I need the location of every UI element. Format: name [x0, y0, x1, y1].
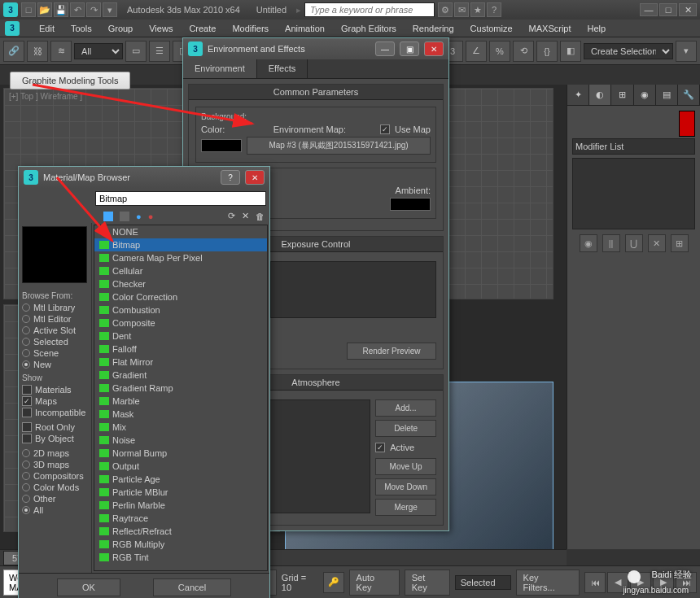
- menu-modifiers[interactable]: Modifiers: [224, 21, 277, 36]
- toolbar-more-icon[interactable]: ▾: [676, 41, 697, 62]
- map-item-noise[interactable]: Noise: [94, 434, 267, 447]
- menu-animation[interactable]: Animation: [277, 21, 333, 36]
- map-item-raytrace[interactable]: Raytrace: [94, 512, 267, 525]
- map-item-composite[interactable]: Composite: [94, 316, 267, 330]
- favorites-icon[interactable]: ★: [470, 2, 485, 17]
- save-icon[interactable]: 💾: [54, 2, 68, 17]
- map-item-none[interactable]: NONE: [94, 225, 267, 238]
- atm-moveup-button[interactable]: Move Up: [375, 458, 436, 475]
- help-icon[interactable]: ?: [487, 2, 501, 17]
- bg-color-swatch[interactable]: [201, 139, 242, 152]
- commcenter-icon[interactable]: ✉: [454, 2, 469, 17]
- map-item-color-correction[interactable]: Color Correction: [94, 290, 267, 303]
- atm-delete-button[interactable]: Delete: [375, 420, 436, 437]
- env-close-button[interactable]: ✕: [424, 41, 444, 56]
- undo-icon[interactable]: ↶: [70, 2, 85, 17]
- browse-scene[interactable]: Scene: [22, 347, 88, 359]
- key-filter-dropdown[interactable]: Selected: [455, 575, 511, 590]
- menu-rendering[interactable]: Rendering: [405, 21, 462, 36]
- tab-utilities[interactable]: 🔧: [678, 85, 700, 105]
- map-item-reflect-refract[interactable]: Reflect/Refract: [94, 525, 267, 538]
- tab-effects[interactable]: Effects: [257, 59, 308, 78]
- remove-mod-icon[interactable]: ✕: [648, 234, 666, 252]
- tab-environment[interactable]: Environment: [183, 59, 257, 78]
- minimize-button[interactable]: —: [640, 3, 658, 16]
- select-name-icon[interactable]: ☰: [149, 41, 170, 62]
- new-icon[interactable]: □: [21, 2, 36, 17]
- select-icon[interactable]: ▭: [125, 41, 147, 62]
- cat-other[interactable]: Other: [22, 493, 88, 504]
- show-materials[interactable]: Materials: [22, 384, 88, 395]
- opt-by-object[interactable]: By Object: [22, 433, 88, 444]
- use-map-checkbox[interactable]: [380, 124, 390, 134]
- modifier-list-dropdown[interactable]: Modifier List: [572, 138, 695, 155]
- map-item-camera-map-per-pixel[interactable]: Camera Map Per Pixel: [94, 251, 267, 264]
- tab-create[interactable]: ✦: [567, 85, 589, 105]
- map-item-gradient-ramp[interactable]: Gradient Ramp: [94, 382, 267, 395]
- menu-edit[interactable]: Edit: [31, 21, 63, 36]
- map-item-dent[interactable]: Dent: [94, 330, 267, 343]
- mirror-icon[interactable]: ◧: [560, 41, 581, 62]
- map-item-combustion[interactable]: Combustion: [94, 303, 267, 316]
- tab-display[interactable]: ▤: [656, 85, 678, 105]
- atm-movedown-button[interactable]: Move Down: [375, 478, 436, 495]
- mmb-map-list[interactable]: NONEBitmapCamera Map Per PixelCellularCh…: [94, 225, 268, 571]
- cat-2d-maps[interactable]: 2D maps: [22, 447, 88, 459]
- cat-compositors[interactable]: Compositors: [22, 470, 88, 482]
- menu-views[interactable]: Views: [141, 21, 181, 36]
- spinner-snap-icon[interactable]: ⟲: [513, 41, 534, 62]
- map-item-mix[interactable]: Mix: [94, 421, 267, 434]
- key-filters-button[interactable]: Key Filters...: [516, 570, 580, 596]
- key-mode-icon[interactable]: 🔑: [323, 572, 344, 593]
- menu-help[interactable]: Help: [580, 21, 615, 36]
- menu-graph editors[interactable]: Graph Editors: [333, 21, 405, 36]
- atm-active-checkbox[interactable]: [375, 443, 385, 452]
- help-search-input[interactable]: [304, 2, 435, 17]
- browse-selected[interactable]: Selected: [22, 336, 88, 347]
- make-unique-icon[interactable]: ⋃: [625, 234, 643, 252]
- mmb-titlebar[interactable]: 3 Material/Map Browser ? ✕: [19, 167, 269, 188]
- map-item-falloff[interactable]: Falloff: [94, 343, 267, 356]
- map-item-gradient[interactable]: Gradient: [94, 369, 267, 382]
- mmb-ok-button[interactable]: OK: [57, 578, 120, 596]
- render-preview-button[interactable]: Render Preview: [347, 343, 436, 360]
- rollout-common-header[interactable]: Common Parameters: [189, 85, 443, 100]
- atm-add-button[interactable]: Add...: [375, 399, 436, 417]
- set-key-button[interactable]: Set Key: [405, 570, 450, 596]
- browse-mtl-library[interactable]: Mtl Library: [22, 302, 88, 313]
- browse-new[interactable]: New: [22, 359, 88, 370]
- mmb-help-button[interactable]: ?: [221, 170, 240, 185]
- show-incompatible[interactable]: Incompatible: [22, 407, 88, 418]
- close-button[interactable]: ✕: [679, 3, 697, 16]
- menu-customize[interactable]: Customize: [462, 21, 521, 36]
- selection-set-dropdown[interactable]: Create Selection Se: [584, 43, 673, 59]
- link-icon[interactable]: 🔗: [3, 41, 24, 62]
- app-icon[interactable]: 3: [3, 2, 18, 17]
- map-item-output[interactable]: Output: [94, 460, 267, 473]
- env-maximize-button[interactable]: ▣: [400, 41, 419, 56]
- map-item-normal-bump[interactable]: Normal Bump: [94, 447, 267, 460]
- opt-root-only[interactable]: Root Only: [22, 421, 88, 433]
- show-end-icon[interactable]: ||: [602, 234, 620, 252]
- mmb-cancel-button[interactable]: Cancel: [153, 578, 231, 596]
- show-maps[interactable]: Maps: [22, 395, 88, 407]
- ambient-swatch[interactable]: [390, 198, 431, 211]
- atm-merge-button[interactable]: Merge: [375, 499, 436, 516]
- selection-filter-dropdown[interactable]: All: [74, 43, 123, 59]
- angle-snap-icon[interactable]: ∠: [466, 41, 487, 62]
- browse-mtl-editor[interactable]: Mtl Editor: [22, 313, 88, 325]
- map-item-rgb-tint[interactable]: RGB Tint: [94, 551, 267, 564]
- app-menu-icon[interactable]: 3: [5, 21, 20, 36]
- auto-key-button[interactable]: Auto Key: [349, 570, 400, 596]
- map-item-particle-mblur[interactable]: Particle MBlur: [94, 486, 267, 499]
- tab-modify[interactable]: ◐: [589, 85, 611, 105]
- open-icon[interactable]: 📂: [37, 2, 52, 17]
- map-item-perlin-marble[interactable]: Perlin Marble: [94, 499, 267, 512]
- map-item-rgb-multiply[interactable]: RGB Multiply: [94, 538, 267, 551]
- percent-snap-icon[interactable]: %: [489, 41, 510, 62]
- map-item-mask[interactable]: Mask: [94, 408, 267, 421]
- tab-motion[interactable]: ◉: [634, 85, 656, 105]
- view-small-icon[interactable]: [120, 212, 129, 221]
- redo-icon[interactable]: ↷: [86, 2, 101, 17]
- cat-all[interactable]: All: [22, 504, 88, 516]
